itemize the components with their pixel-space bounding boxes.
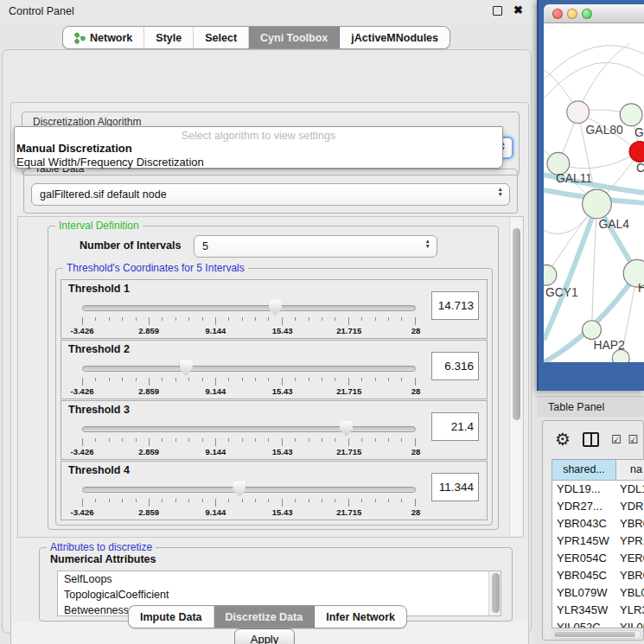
- tick-mark: [282, 317, 283, 325]
- slider-scale-labels: -3.4262.8599.14415.4321.71528: [82, 507, 416, 518]
- number-of-intervals-combobox[interactable]: 5 ▲▼: [194, 235, 437, 258]
- threshold-label: Threshold 2: [68, 343, 130, 355]
- scale-label: -3.426: [71, 386, 94, 396]
- tab-cyni-toolbox[interactable]: Cyni Toolbox: [249, 27, 340, 48]
- slider-track[interactable]: [82, 366, 416, 372]
- slider-track[interactable]: [82, 487, 416, 493]
- dropdown-hint: Select algorithm to view settings: [15, 127, 502, 142]
- minimize-traffic-light-icon[interactable]: [567, 9, 577, 19]
- threshold-slider[interactable]: -3.4262.8599.14415.4321.71528: [82, 420, 416, 458]
- table-row[interactable]: YBL079WYBL079W: [552, 584, 644, 602]
- control-panel-body: Discretization Algorithm ▲▼ Select algor…: [2, 49, 532, 634]
- node-label: GCY1: [545, 285, 578, 299]
- threshold-value-field[interactable]: 6.316: [431, 352, 479, 380]
- tick-mark: [335, 499, 335, 502]
- table-row[interactable]: YER054CYER054C: [552, 550, 644, 567]
- scrollbar-thumb[interactable]: [513, 228, 520, 420]
- checkbox-icon[interactable]: ☑: [611, 433, 622, 446]
- close-icon[interactable]: ✖: [513, 3, 523, 16]
- table-panel-titlebar: Table Panel: [537, 396, 644, 417]
- network-node-gcy1[interactable]: [544, 265, 557, 285]
- table-panel-title: Table Panel: [548, 401, 604, 413]
- tick-mark: [82, 499, 83, 507]
- slider-thumb[interactable]: [340, 421, 353, 437]
- tick-mark: [202, 438, 203, 442]
- column-header-shared-name[interactable]: shared...: [552, 460, 616, 480]
- tick-mark: [375, 438, 376, 442]
- table-row[interactable]: YDR27...YDR27: [552, 498, 644, 515]
- network-edge[interactable]: [578, 43, 629, 112]
- table-row[interactable]: YIL052CYIL052C: [552, 619, 644, 628]
- list-vertical-scrollbar[interactable]: [488, 571, 501, 615]
- control-panel: Control Panel ✖ NetworkStyleSelectCyni T…: [0, 0, 533, 644]
- zoom-traffic-light-icon[interactable]: [582, 9, 592, 19]
- threshold-slider[interactable]: -3.4262.8599.14415.4321.71528: [82, 360, 416, 398]
- tick-mark: [215, 317, 216, 325]
- scrollbar-thumb[interactable]: [492, 573, 500, 613]
- horizontal-scrollbar[interactable]: [552, 630, 641, 639]
- apply-button[interactable]: Apply: [234, 628, 295, 644]
- tab-impute-data[interactable]: Impute Data: [129, 606, 214, 628]
- threshold-value-field[interactable]: 21.4: [431, 412, 479, 441]
- tab-select[interactable]: Select: [194, 27, 249, 48]
- tab-discretize-data[interactable]: Discretize Data: [214, 606, 316, 628]
- list-item[interactable]: TopologicalCoefficient: [58, 587, 501, 603]
- threshold-slider[interactable]: -3.4262.8599.14415.4321.71528: [82, 299, 416, 337]
- scale-label: 9.144: [206, 326, 226, 335]
- tab-network[interactable]: Network: [63, 27, 144, 48]
- float-icon[interactable]: [493, 6, 502, 16]
- table-data-combobox[interactable]: galFiltered.sif default node ▲▼: [31, 183, 510, 206]
- table-row[interactable]: YPR145WYPR145W: [552, 532, 644, 550]
- column-header-name[interactable]: na: [616, 460, 644, 480]
- cell-shared-name: YDR27...: [552, 498, 616, 515]
- tick-mark: [122, 438, 123, 442]
- threshold-slider[interactable]: -3.4262.8599.14415.4321.71528: [82, 481, 416, 519]
- scale-label: 15.43: [272, 326, 293, 335]
- close-traffic-light-icon[interactable]: [552, 9, 563, 19]
- network-node-gal80[interactable]: [567, 101, 590, 124]
- tick-mark: [136, 317, 137, 321]
- tab-infer-network[interactable]: Infer Network: [315, 606, 406, 628]
- gear-icon[interactable]: ⚙: [555, 430, 571, 448]
- tab-jactivemnodules[interactable]: jActiveMNodules: [340, 27, 450, 48]
- threshold-value-field[interactable]: 14.713: [431, 291, 479, 320]
- slider-track[interactable]: [82, 305, 416, 311]
- tick-mark: [415, 378, 416, 386]
- tick-mark: [109, 438, 110, 442]
- scrollbar-thumb[interactable]: [554, 632, 635, 637]
- table-row[interactable]: YDL19...YDL19: [552, 481, 644, 498]
- tab-style[interactable]: Style: [144, 27, 194, 48]
- network-canvas[interactable]: GAL80GACGAL11GAL4GCY1HHAP2: [544, 23, 644, 362]
- cell-shared-name: YER054C: [552, 550, 616, 567]
- table-row[interactable]: YLR345WYLR345W: [552, 602, 644, 619]
- dropdown-option-manual[interactable]: Manual Discretization: [15, 142, 502, 156]
- tab-label: Style: [156, 32, 182, 44]
- list-item[interactable]: SelfLoops: [58, 571, 501, 587]
- network-node-gal4[interactable]: [583, 189, 612, 219]
- dropdown-option-equal-width[interactable]: Equal Width/Frequency Discretization: [15, 156, 502, 169]
- split-view-icon[interactable]: [583, 432, 599, 447]
- tick-mark: [309, 438, 309, 442]
- checkbox-icon[interactable]: ☑: [628, 433, 639, 446]
- slider-thumb[interactable]: [269, 300, 282, 316]
- slider-scale-labels: -3.4262.8599.14415.4321.71528: [82, 326, 416, 336]
- table-row[interactable]: YBR045CYBR045C: [552, 567, 644, 584]
- table-row[interactable]: YBR043CYBR043C: [552, 515, 644, 532]
- threshold-value-field[interactable]: 11.344: [431, 473, 479, 501]
- tick-mark: [309, 378, 309, 381]
- network-node-hap2[interactable]: [583, 321, 602, 340]
- network-node-ga[interactable]: [620, 104, 642, 126]
- tab-label: Discretize Data: [226, 611, 303, 623]
- vertical-scrollbar[interactable]: [509, 218, 522, 536]
- network-node-c[interactable]: [629, 142, 644, 163]
- slider-thumb[interactable]: [233, 481, 245, 497]
- tab-label: Network: [90, 32, 132, 44]
- slider-track[interactable]: [82, 426, 416, 432]
- tick-mark: [136, 378, 137, 381]
- slider-thumb[interactable]: [180, 360, 193, 376]
- network-edge[interactable]: [544, 45, 644, 80]
- network-edge[interactable]: [558, 151, 640, 168]
- table-panel-toolbar: ⚙ ☑ ☑: [543, 424, 643, 454]
- threshold-label: Threshold 3: [68, 404, 130, 416]
- tick-mark: [228, 317, 229, 321]
